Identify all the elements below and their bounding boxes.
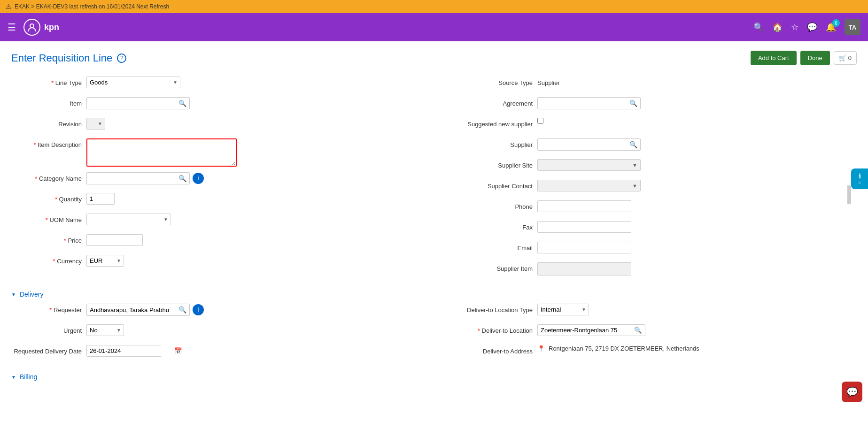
price-input[interactable] — [86, 234, 143, 246]
supplier-site-control: ▼ — [537, 159, 857, 171]
deliver-to-location-input[interactable] — [538, 325, 631, 336]
agreement-search-button[interactable]: 🔍 — [627, 98, 640, 109]
page-title: Enter Requisition Line — [11, 52, 112, 64]
urgent-select[interactable]: No Yes — [86, 324, 124, 336]
phone-control — [537, 200, 857, 212]
email-label: Email — [443, 242, 537, 252]
currency-row: Currency EUR USD GBP ▼ — [11, 255, 425, 270]
deliver-to-location-type-row: Deliver-to Location Type Internal Extern… — [443, 304, 857, 319]
requester-search-button[interactable]: 🔍 — [176, 304, 189, 315]
requested-delivery-date-input[interactable] — [87, 345, 171, 356]
floating-info-panel[interactable]: ℹ ⠿ — [851, 168, 868, 189]
supplier-contact-dropdown-arrow[interactable]: ▼ — [629, 181, 640, 191]
add-to-cart-button[interactable]: Add to Cart — [751, 51, 797, 65]
item-search-button[interactable]: 🔍 — [176, 98, 189, 109]
source-type-control: Supplier — [537, 77, 857, 86]
supplier-contact-input[interactable] — [538, 180, 629, 191]
supplier-label: Supplier — [443, 138, 537, 148]
bell-icon[interactable]: 🔔 6 — [826, 22, 836, 32]
home-icon[interactable]: 🏠 — [772, 22, 783, 32]
item-input[interactable] — [87, 98, 176, 109]
suggested-new-supplier-checkbox[interactable] — [537, 118, 543, 124]
deliver-to-address-value: Rontgenlaan 75, 2719 DX ZOETERMEER, Neth… — [549, 345, 699, 352]
svg-point-0 — [30, 24, 34, 28]
supplier-site-dropdown-arrow[interactable]: ▼ — [629, 161, 640, 170]
search-icon[interactable]: 🔍 — [753, 22, 764, 32]
phone-label: Phone — [443, 200, 537, 210]
requested-delivery-date-label: Requested Delivery Date — [11, 345, 86, 355]
billing-section-header[interactable]: ▼ Billing — [11, 373, 857, 381]
category-name-label: Category Name — [11, 172, 86, 182]
supplier-contact-row: Supplier Contact ▼ — [443, 180, 857, 195]
category-name-input[interactable] — [87, 173, 176, 184]
page-header: Enter Requisition Line ? Add to Cart Don… — [11, 51, 857, 65]
agreement-row: Agreement 🔍 — [443, 97, 857, 112]
line-type-row: Line Type Goods Services ▼ — [11, 77, 425, 92]
quantity-label: Quantity — [11, 193, 86, 203]
billing-section-title: Billing — [20, 373, 37, 381]
category-search-button[interactable]: 🔍 — [176, 173, 189, 184]
uom-name-row: UOM Name ▼ — [11, 214, 425, 229]
sidebar-pull-handle[interactable] — [847, 185, 851, 204]
category-input-wrapper: 🔍 — [86, 172, 190, 184]
currency-label: Currency — [11, 255, 86, 265]
supplier-item-readonly — [537, 262, 631, 276]
supplier-site-row: Supplier Site ▼ — [443, 159, 857, 174]
chat-button[interactable]: 💬 — [842, 382, 862, 402]
item-description-textarea[interactable] — [86, 138, 237, 167]
category-info-button[interactable]: i — [193, 173, 204, 184]
supplier-item-label: Supplier Item — [443, 262, 537, 272]
supplier-control: 🔍 — [537, 138, 857, 151]
item-description-label: Item Description — [11, 138, 86, 148]
cart-button[interactable]: 🛒 0 — [834, 51, 857, 65]
quantity-control — [86, 193, 425, 205]
deliver-to-location-label: Deliver-to Location — [443, 324, 537, 334]
item-description-row: Item Description — [11, 138, 425, 167]
source-type-label: Source Type — [443, 77, 537, 86]
done-button[interactable]: Done — [800, 51, 830, 65]
suggested-new-supplier-control — [537, 118, 857, 124]
requester-info-button[interactable]: i — [193, 304, 204, 315]
fax-label: Fax — [443, 221, 537, 231]
suggested-new-supplier-row: Suggested new supplier — [443, 118, 857, 133]
delivery-left-section: Requester 🔍 i Urgent No Yes — [11, 304, 425, 366]
supplier-input-wrapper: 🔍 — [537, 138, 641, 151]
urgent-row: Urgent No Yes ▼ — [11, 324, 425, 339]
deliver-to-location-control: 🔍 — [537, 324, 857, 336]
email-input[interactable] — [537, 242, 631, 253]
currency-control: EUR USD GBP ▼ — [86, 255, 425, 267]
supplier-site-label: Supplier Site — [443, 159, 537, 169]
warning-text: EKAK > EKAK-DEV3 last refresh on 16/01/2… — [15, 3, 169, 10]
revision-select[interactable] — [86, 118, 105, 130]
star-icon[interactable]: ☆ — [791, 22, 798, 32]
requester-input[interactable] — [87, 305, 176, 315]
quantity-row: Quantity — [11, 193, 425, 208]
agreement-input[interactable] — [538, 98, 627, 109]
date-picker-button[interactable]: 📅 — [171, 345, 185, 356]
cart-icon: 🛒 — [839, 54, 846, 61]
hamburger-menu-icon[interactable]: ☰ — [8, 22, 16, 33]
supplier-search-button[interactable]: 🔍 — [627, 139, 640, 150]
deliver-to-location-search-button[interactable]: 🔍 — [631, 325, 645, 336]
help-icon[interactable]: ? — [117, 54, 126, 63]
line-type-select[interactable]: Goods Services — [86, 77, 180, 88]
cart-count: 0 — [848, 54, 852, 61]
phone-input[interactable] — [537, 200, 631, 212]
fax-control — [537, 221, 857, 233]
fax-input[interactable] — [537, 221, 631, 233]
deliver-to-location-type-select[interactable]: Internal External — [537, 304, 589, 315]
supplier-site-input[interactable] — [538, 160, 629, 170]
revision-control: ▼ — [86, 118, 425, 130]
floating-info-dots: ⠿ — [858, 181, 861, 185]
deliver-to-location-type-control: Internal External ▼ — [537, 304, 857, 315]
user-avatar[interactable]: TA — [845, 19, 860, 35]
deliver-to-address-row: Deliver-to Address 📍 Rontgenlaan 75, 271… — [443, 345, 857, 360]
uom-name-select[interactable] — [86, 214, 171, 225]
delivery-section-header[interactable]: ▼ Delivery — [11, 291, 857, 298]
requester-row: Requester 🔍 i — [11, 304, 425, 319]
currency-select[interactable]: EUR USD GBP — [86, 255, 124, 267]
supplier-input[interactable] — [538, 139, 627, 150]
chat-icon[interactable]: 💬 — [807, 22, 817, 32]
delivery-right-section: Deliver-to Location Type Internal Extern… — [443, 304, 857, 366]
quantity-input[interactable] — [86, 193, 115, 205]
